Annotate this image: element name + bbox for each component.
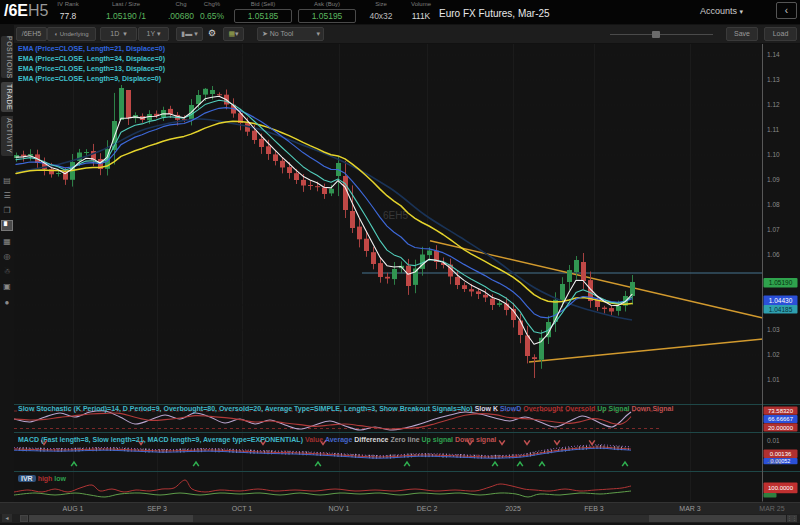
svg-text:0.00136: 0.00136 <box>770 451 792 457</box>
svg-text:100.0000: 100.0000 <box>768 485 794 491</box>
svg-text:20.00000: 20.00000 <box>768 425 794 431</box>
svg-text:1.05190: 1.05190 <box>769 279 793 286</box>
svg-text:1.04430: 1.04430 <box>769 297 793 304</box>
svg-text:66.66667: 66.66667 <box>768 416 794 422</box>
svg-text:6EH5: 6EH5 <box>383 210 408 221</box>
svg-text:73.58320: 73.58320 <box>768 408 794 414</box>
svg-text:1.04185: 1.04185 <box>769 306 793 313</box>
